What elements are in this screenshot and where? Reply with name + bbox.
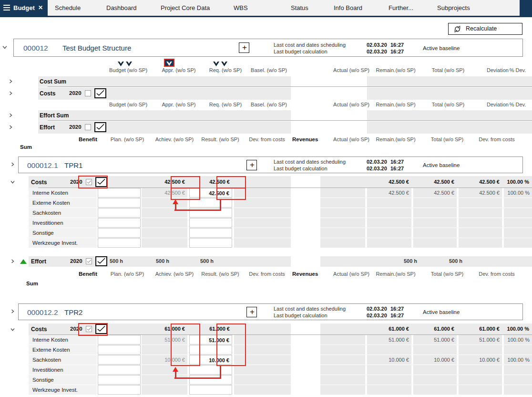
tab-budget[interactable]: Budget ✕ <box>0 0 48 16</box>
total-effort-value: 500 h <box>437 258 475 264</box>
tpr1-effort-row: Effort 2020 500 h 500 h 500 h 500 h 500 … <box>0 256 532 267</box>
req-cell[interactable]: 42.500 € <box>189 188 232 198</box>
chevron-right-icon[interactable] <box>9 125 13 130</box>
year-checkbox-checked[interactable] <box>86 326 92 332</box>
budget-cell[interactable] <box>98 208 141 218</box>
tab-project-core-data[interactable]: Project Core Data <box>161 0 210 16</box>
chevron-down-icon[interactable] <box>2 45 7 50</box>
tab-wbs[interactable]: WBS <box>234 0 248 16</box>
year-label: 2020 <box>70 326 82 332</box>
req-cell[interactable] <box>189 238 232 248</box>
add-button[interactable]: + <box>246 307 257 317</box>
divider <box>48 86 532 87</box>
remain-cell: 42.500 € <box>367 188 411 198</box>
confirm-checkbox[interactable] <box>94 122 106 132</box>
close-tab-icon[interactable]: ✕ <box>38 0 43 16</box>
chevron-right-icon[interactable] <box>10 259 15 264</box>
appr-cell <box>142 345 187 355</box>
req-cell[interactable] <box>189 375 232 385</box>
budget-cell[interactable] <box>98 198 141 208</box>
tab-subprojects[interactable]: Subprojects <box>437 0 470 16</box>
tab-status[interactable]: Status <box>291 0 308 16</box>
req-cell[interactable]: 51.000 € <box>189 335 232 345</box>
appr-cell <box>142 238 187 248</box>
req-cell[interactable] <box>189 365 232 375</box>
req-cell[interactable] <box>189 218 232 228</box>
row-label-cell: Werkzeuge Invest. <box>29 385 97 395</box>
tab-schedule[interactable]: Schedule <box>55 0 81 16</box>
benefit-header-row: Benefit Plan. (w/o SP) Achiev. (w/o SP) … <box>0 136 532 144</box>
add-button[interactable]: + <box>246 160 257 170</box>
scheduling-date: 02.03.20 <box>367 306 387 312</box>
project-number: 000012.1 <box>27 161 58 170</box>
filter-arrow-icon-selected[interactable] <box>164 59 174 67</box>
confirm-checkbox[interactable] <box>95 177 107 187</box>
revenues-col-remain: Remain.(w/o SP) <box>373 136 419 142</box>
chevron-right-icon[interactable] <box>9 79 13 84</box>
appr-effort-value: 500 h <box>143 258 182 264</box>
tab-further[interactable]: Further... <box>389 0 413 16</box>
req-cell[interactable] <box>189 385 232 395</box>
chevron-down-icon[interactable] <box>10 327 15 332</box>
req-cell[interactable] <box>189 228 232 238</box>
year-label: 2020 <box>69 124 82 130</box>
col-header-budget: Budget (w/o SP) <box>104 67 152 73</box>
table-row: Interne Kosten 42.500 € 42.500 € 42.500 … <box>0 188 532 198</box>
chevron-right-icon[interactable] <box>10 309 15 314</box>
refresh-icon <box>453 25 461 33</box>
budget-cell[interactable] <box>98 238 141 248</box>
appr-cell <box>142 208 187 218</box>
calculation-label: Last budget calculation <box>274 313 327 318</box>
col-header-actual: Actual (w/o SP) <box>327 102 375 107</box>
confirm-checkbox[interactable] <box>94 88 106 98</box>
basel-cell <box>234 355 291 365</box>
deviation-cell: 42.500 € <box>459 188 502 198</box>
hamburger-menu-icon[interactable] <box>3 5 10 10</box>
year-checkbox-checked[interactable] <box>86 179 92 185</box>
row-label-cell: Sachkosten <box>29 355 97 365</box>
recalculate-button[interactable]: Recalculate <box>448 23 522 35</box>
budget-cell[interactable] <box>98 188 141 198</box>
budget-cell[interactable] <box>98 365 141 375</box>
confirm-checkbox[interactable] <box>95 324 107 334</box>
table-row: Externe Kosten <box>0 345 532 355</box>
appr-cell <box>142 375 187 385</box>
tpr2-header: 000012.2 TPR2 + Last cost and dates sche… <box>18 303 523 320</box>
basel-cell <box>234 228 291 238</box>
pct-dev-value: 100.00 % <box>499 179 529 185</box>
col-header-basel: Basel. (w/o SP) <box>245 67 293 73</box>
tab-dashboard[interactable]: Dashboard <box>106 0 137 16</box>
benefit-header-row: Benefit Plan. (w/o SP) Achiev. (w/o SP) … <box>0 271 532 279</box>
budget-cell[interactable] <box>98 385 141 395</box>
req-cell[interactable]: 10.000 € <box>189 355 232 365</box>
budget-cell[interactable] <box>98 355 141 365</box>
revenues-col-total: Total (w/o SP) <box>425 271 469 277</box>
revenues-col-dev: Dev. from costs <box>474 271 519 277</box>
budget-cell[interactable] <box>98 218 141 228</box>
scheduling-date: 02.03.20 <box>367 42 387 48</box>
remain-value: 61.000 € <box>367 326 409 332</box>
year-checkbox[interactable] <box>85 124 91 130</box>
table-row: Werkzeuge Invest. <box>0 238 532 248</box>
budget-cell[interactable] <box>98 228 141 238</box>
project-number: 000012 <box>23 44 48 52</box>
req-cell[interactable] <box>189 208 232 218</box>
chevron-right-icon[interactable] <box>9 91 13 96</box>
col-header-total: Total (w/o SP) <box>424 67 472 73</box>
add-button[interactable]: + <box>239 42 249 53</box>
chevron-right-icon[interactable] <box>9 113 13 118</box>
table-row: Sonstige <box>0 375 532 385</box>
chevron-down-icon[interactable] <box>10 180 15 185</box>
top-nav: Budget ✕ Schedule Dashboard Project Core… <box>0 0 532 17</box>
total-value: 61.000 € <box>412 326 454 332</box>
req-cell[interactable] <box>189 198 232 208</box>
budget-cell[interactable] <box>98 375 141 385</box>
req-cell[interactable] <box>189 345 232 355</box>
costs-label: Costs <box>31 326 47 333</box>
year-checkbox-checked[interactable] <box>86 258 92 264</box>
year-checkbox[interactable] <box>85 90 91 96</box>
budget-cell[interactable] <box>98 345 141 355</box>
chevron-right-icon[interactable] <box>10 162 15 167</box>
tab-info-board[interactable]: Info Board <box>334 0 362 16</box>
budget-cell[interactable] <box>98 335 141 345</box>
